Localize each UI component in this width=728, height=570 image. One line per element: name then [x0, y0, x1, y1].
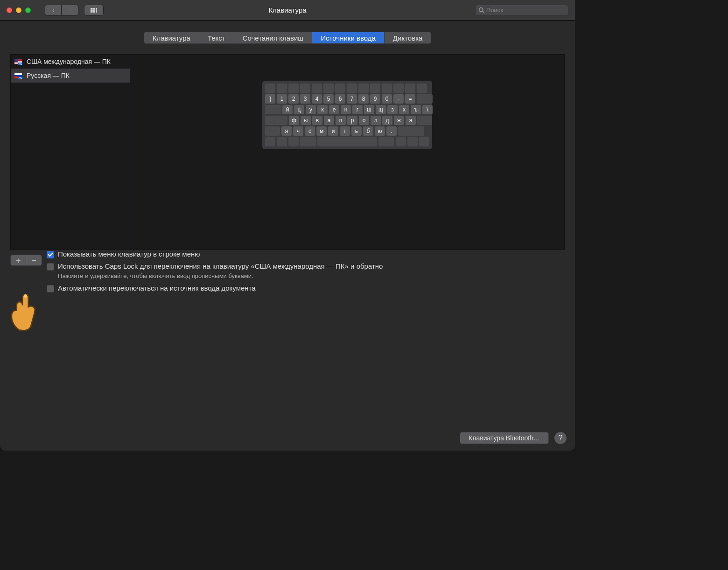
key: л	[371, 116, 381, 125]
keyboard-preview: ]1234567890-=йцукенгшщзхъ\фывапролджэячс…	[130, 55, 564, 250]
caps-lock-checkbox[interactable]	[47, 263, 54, 271]
show-all-button[interactable]	[84, 5, 104, 16]
forward-button[interactable]: ›	[62, 5, 78, 16]
key	[407, 137, 418, 146]
zoom-window-button[interactable]	[25, 7, 31, 13]
key: 2	[288, 94, 299, 104]
key	[265, 137, 275, 146]
key: д	[382, 116, 392, 125]
search-placeholder: Поиск	[486, 7, 503, 14]
key: щ	[376, 105, 386, 114]
option-show-menu: Показывать меню клавиатур в строке меню	[47, 250, 567, 258]
key	[370, 83, 380, 93]
flag-icon	[14, 73, 22, 78]
pointing-hand-cursor-icon	[7, 290, 40, 332]
key: ю	[375, 126, 385, 136]
key: 5	[323, 94, 334, 104]
preferences-window: ‹ › Клавиатура Поиск КлавиатураТекстСоче…	[0, 0, 575, 451]
key: х	[399, 105, 409, 114]
window-title: Клавиатура	[268, 6, 306, 14]
key: в	[312, 116, 322, 125]
auto-switch-label: Автоматически переключаться на источник …	[58, 284, 256, 292]
key	[300, 137, 316, 146]
source-item[interactable]: США международная — ПК	[11, 55, 130, 69]
key	[265, 116, 287, 125]
chevron-right-icon: ›	[69, 7, 71, 14]
key	[417, 83, 427, 93]
key: ж	[394, 116, 404, 125]
key: 8	[358, 94, 369, 104]
key	[396, 137, 406, 146]
key: 1	[277, 94, 287, 104]
tab-1[interactable]: Текст	[199, 32, 234, 44]
key	[398, 126, 424, 136]
add-source-button[interactable]: ＋	[10, 255, 26, 266]
key: 3	[300, 94, 310, 104]
titlebar: ‹ › Клавиатура Поиск	[0, 0, 575, 21]
minimize-window-button[interactable]	[16, 7, 21, 13]
key: п	[336, 116, 346, 125]
option-auto-switch: Автоматически переключаться на источник …	[47, 284, 567, 292]
key: ъ	[411, 105, 421, 114]
tab-0[interactable]: Клавиатура	[144, 32, 199, 44]
key: я	[281, 126, 292, 136]
key: .	[386, 126, 397, 136]
back-button[interactable]: ‹	[45, 5, 62, 16]
show-menu-label: Показывать меню клавиатур в строке меню	[58, 250, 200, 258]
tab-4[interactable]: Диктовка	[385, 32, 432, 44]
search-field[interactable]: Поиск	[475, 5, 568, 16]
key: =	[405, 94, 415, 104]
tab-bar: КлавиатураТекстСочетания клавишИсточники…	[7, 32, 567, 44]
key	[265, 126, 280, 136]
key: 4	[312, 94, 322, 104]
key: ш	[364, 105, 374, 114]
key: ]	[265, 94, 275, 104]
key: ф	[289, 116, 299, 125]
key	[312, 83, 322, 93]
key	[378, 137, 394, 146]
nav-buttons: ‹ ›	[45, 5, 78, 16]
key	[419, 137, 429, 146]
minus-icon: −	[31, 256, 36, 264]
key	[405, 83, 415, 93]
caps-lock-hint: Нажмите и удерживайте, чтобы включить вв…	[58, 272, 567, 279]
key: м	[316, 126, 327, 136]
key: \	[422, 105, 433, 114]
key: а	[324, 116, 334, 125]
chevron-left-icon: ‹	[52, 7, 55, 14]
bluetooth-keyboard-button[interactable]: Клавиатура Bluetooth…	[460, 432, 549, 444]
key	[323, 83, 334, 93]
flag-icon	[14, 59, 22, 64]
help-button[interactable]: ?	[554, 432, 567, 444]
main-panel: США международная — ПКРусская — ПК ]1234…	[10, 54, 565, 250]
key	[335, 83, 345, 93]
key: ц	[294, 105, 304, 114]
key: 0	[382, 94, 392, 104]
key: 7	[347, 94, 357, 104]
tab-2[interactable]: Сочетания клавиш	[234, 32, 313, 44]
key: е	[329, 105, 339, 114]
tab-3[interactable]: Источники ввода	[312, 32, 384, 44]
key: и	[328, 126, 338, 136]
key: й	[282, 105, 293, 114]
show-menu-checkbox[interactable]	[47, 251, 54, 258]
auto-switch-checkbox[interactable]	[47, 285, 54, 292]
key: ь	[351, 126, 362, 136]
key: г	[352, 105, 363, 114]
key: б	[363, 126, 373, 136]
options-area: Показывать меню клавиатур в строке меню …	[47, 250, 567, 296]
remove-source-button[interactable]: −	[26, 255, 42, 266]
input-sources-list[interactable]: США международная — ПКРусская — ПК	[11, 55, 130, 250]
key	[347, 83, 357, 93]
close-window-button[interactable]	[7, 7, 12, 13]
key	[417, 94, 433, 104]
key	[288, 137, 299, 146]
key	[382, 83, 392, 93]
option-caps-lock: Использовать Caps Lock для переключения …	[47, 262, 567, 271]
key: у	[306, 105, 316, 114]
source-item[interactable]: Русская — ПК	[11, 69, 130, 83]
key	[265, 83, 275, 93]
key: з	[387, 105, 398, 114]
question-icon: ?	[559, 434, 563, 442]
key: к	[317, 105, 328, 114]
